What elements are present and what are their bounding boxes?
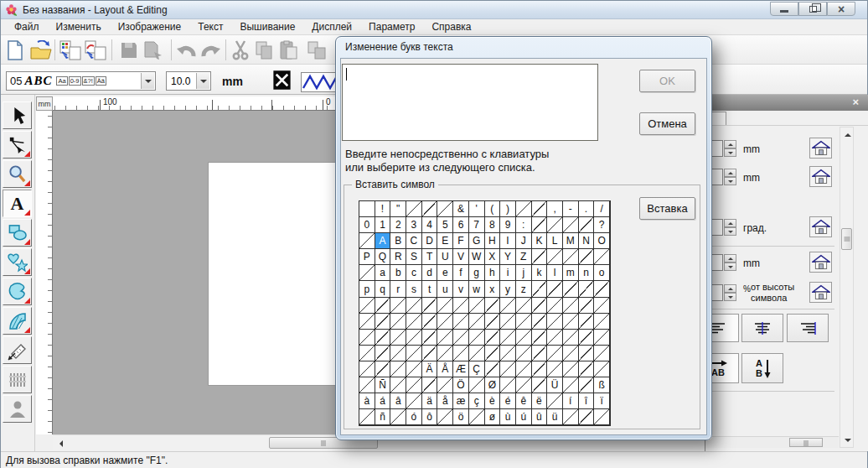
- char-cell[interactable]: i: [500, 265, 516, 281]
- char-cell[interactable]: Q: [375, 249, 391, 265]
- cut-button-disabled[interactable]: [228, 38, 253, 62]
- measure-tool-button[interactable]: [3, 336, 32, 364]
- scrollbar-thumb[interactable]: [789, 438, 823, 447]
- char-cell[interactable]: -: [563, 201, 579, 217]
- char-cell[interactable]: Å: [437, 361, 453, 377]
- char-cell[interactable]: :: [516, 217, 532, 233]
- font-select[interactable]: 05 ABC Aa0-9&?!Ää: [6, 71, 156, 91]
- char-cell[interactable]: Ä: [422, 361, 438, 377]
- char-cell[interactable]: Z: [516, 249, 532, 265]
- outline-shapes-tool-button[interactable]: [3, 248, 32, 276]
- char-cell[interactable]: R: [390, 249, 406, 265]
- char-cell[interactable]: p: [359, 281, 375, 297]
- close-button[interactable]: ×: [827, 2, 855, 16]
- fan-shape-tool-button[interactable]: [3, 307, 32, 335]
- char-cell[interactable]: G: [469, 233, 485, 249]
- char-cell[interactable]: l: [547, 265, 563, 281]
- char-cell[interactable]: z: [516, 281, 532, 297]
- char-cell[interactable]: 2: [390, 217, 406, 233]
- char-cell[interactable]: F: [453, 233, 469, 249]
- char-cell[interactable]: w: [469, 281, 485, 297]
- scroll-down-button[interactable]: [840, 433, 855, 447]
- spin-down-button[interactable]: [724, 227, 736, 236]
- char-cell[interactable]: 5: [437, 217, 453, 233]
- char-cell[interactable]: Ü: [547, 377, 563, 393]
- char-cell[interactable]: f: [453, 265, 469, 281]
- char-cell[interactable]: W: [469, 249, 485, 265]
- char-cell[interactable]: m: [563, 265, 579, 281]
- char-cell[interactable]: n: [579, 265, 595, 281]
- char-cell[interactable]: (: [485, 201, 501, 217]
- char-cell[interactable]: c: [406, 265, 422, 281]
- reset-default-button[interactable]: [809, 166, 832, 187]
- point-edit-tool-button[interactable]: [3, 131, 32, 159]
- char-cell[interactable]: q: [375, 281, 391, 297]
- char-cell[interactable]: 7: [469, 217, 485, 233]
- menu-item[interactable]: Вышивание: [231, 19, 303, 34]
- char-cell[interactable]: H: [485, 233, 501, 249]
- char-cell[interactable]: S: [406, 249, 422, 265]
- char-cell[interactable]: ö: [453, 409, 469, 425]
- char-cell[interactable]: a: [375, 265, 391, 281]
- thread-color-button[interactable]: [271, 69, 293, 91]
- char-cell[interactable]: P: [359, 249, 375, 265]
- panel-close-icon[interactable]: ×: [852, 96, 859, 108]
- char-cell[interactable]: ß: [594, 377, 610, 393]
- char-cell[interactable]: k: [532, 265, 548, 281]
- new-document-button[interactable]: [3, 38, 28, 62]
- char-cell[interactable]: u: [437, 281, 453, 297]
- redo-button-disabled[interactable]: [199, 38, 224, 62]
- char-cell[interactable]: 8: [485, 217, 501, 233]
- design-page[interactable]: [208, 162, 350, 386]
- menu-item[interactable]: Изменить: [48, 19, 110, 34]
- spin-up-button[interactable]: [724, 140, 736, 148]
- insert-button[interactable]: Вставка: [639, 197, 695, 220]
- char-cell[interactable]: ô: [422, 409, 438, 425]
- align-right-button[interactable]: [787, 314, 829, 342]
- char-cell[interactable]: í: [563, 393, 579, 409]
- undo-button-disabled[interactable]: [173, 38, 199, 62]
- char-cell[interactable]: /: [594, 201, 610, 217]
- char-cell[interactable]: é: [500, 393, 516, 409]
- spin-up-button[interactable]: [724, 284, 736, 293]
- reset-default-button[interactable]: [809, 216, 832, 237]
- paste-button-disabled[interactable]: [276, 38, 302, 62]
- char-cell[interactable]: 0: [359, 217, 375, 233]
- char-cell[interactable]: e: [437, 265, 453, 281]
- char-cell[interactable]: ù: [500, 409, 516, 425]
- open-file-button[interactable]: [28, 38, 54, 62]
- char-cell[interactable]: h: [485, 265, 501, 281]
- reset-default-button[interactable]: [809, 282, 832, 303]
- font-select-arrow[interactable]: [141, 73, 154, 89]
- align-center-button[interactable]: [741, 314, 783, 342]
- char-cell[interactable]: E: [437, 233, 453, 249]
- char-cell[interactable]: U: [437, 249, 453, 265]
- scroll-left-button[interactable]: [54, 436, 68, 450]
- char-cell[interactable]: d: [422, 265, 438, 281]
- char-cell[interactable]: L: [547, 233, 563, 249]
- stitch-view-tool-button[interactable]: [3, 366, 32, 393]
- spin-down-button[interactable]: [724, 148, 736, 157]
- char-cell[interactable]: î: [579, 393, 595, 409]
- char-cell[interactable]: r: [390, 281, 406, 297]
- text-size-arrow[interactable]: [196, 73, 209, 89]
- char-cell[interactable]: Ñ: [375, 377, 391, 393]
- char-cell[interactable]: Y: [500, 249, 516, 265]
- panel-horizontal-scrollbar[interactable]: [705, 436, 839, 448]
- char-cell[interactable]: ': [469, 201, 485, 217]
- char-cell[interactable]: 4: [422, 217, 438, 233]
- char-cell[interactable]: ï: [594, 393, 610, 409]
- char-cell[interactable]: v: [453, 281, 469, 297]
- char-cell[interactable]: B: [390, 233, 406, 249]
- char-cell[interactable]: ê: [516, 393, 532, 409]
- text-input-area[interactable]: [342, 64, 598, 141]
- char-cell[interactable]: y: [500, 281, 516, 297]
- char-cell[interactable]: K: [532, 233, 548, 249]
- import-image-button[interactable]: [83, 38, 108, 62]
- char-cell[interactable]: 3: [406, 217, 422, 233]
- char-cell[interactable]: 6: [453, 217, 469, 233]
- char-cell[interactable]: M: [563, 233, 579, 249]
- char-cell[interactable]: ó: [406, 409, 422, 425]
- char-cell[interactable]: g: [469, 265, 485, 281]
- char-cell[interactable]: O: [594, 233, 610, 249]
